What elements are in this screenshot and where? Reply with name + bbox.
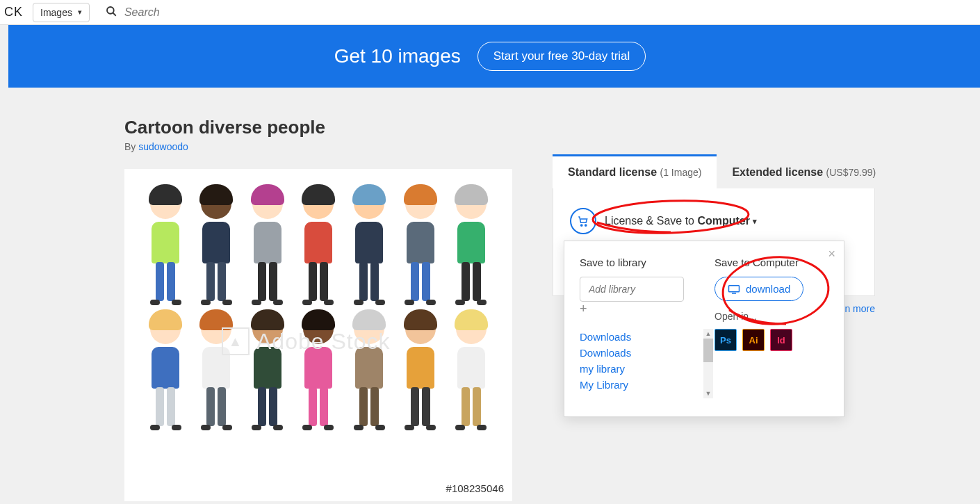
cartoon-person	[400, 188, 441, 307]
save-to-computer-col: Save to Computer download Open in... Ps …	[714, 257, 828, 398]
library-items: DownloadsDownloadsmy libraryMy Library	[580, 329, 713, 393]
close-icon[interactable]: ×	[828, 247, 835, 261]
search-icon	[105, 5, 117, 20]
open-in-apps: Ps Ai Id	[714, 329, 828, 351]
people-row-2	[124, 307, 512, 432]
svg-point-2	[581, 225, 582, 226]
license-destination-dropdown[interactable]: Computer▾	[697, 215, 757, 227]
search-input[interactable]	[124, 6, 980, 19]
promo-banner: Get 10 images Start your free 30-day tri…	[0, 25, 980, 88]
svg-rect-4	[729, 285, 740, 291]
cartoon-person	[247, 188, 288, 307]
open-in-label: Open in...	[714, 311, 828, 322]
cartoon-person	[196, 188, 236, 307]
author-link[interactable]: sudowoodo	[138, 141, 188, 152]
category-dropdown[interactable]: Images ▾	[33, 3, 90, 22]
save-to-library-col: Save to library + DownloadsDownloadsmy l…	[580, 257, 694, 398]
topbar: CK Images ▾	[0, 0, 980, 25]
library-item[interactable]: My Library	[580, 377, 713, 393]
library-item[interactable]: my library	[580, 361, 713, 377]
app-illustrator[interactable]: Ai	[742, 329, 765, 351]
scroll-thumb[interactable]	[703, 339, 713, 362]
add-library-button[interactable]: +	[580, 302, 587, 316]
search-wrap	[90, 5, 980, 20]
banner-notch	[0, 25, 8, 88]
scroll-up-icon[interactable]: ▲	[703, 329, 713, 339]
asset-id: #108235046	[446, 482, 504, 494]
asset-title: Cartoon diverse people	[124, 117, 512, 138]
monitor-icon	[728, 284, 740, 294]
right-col: Standard license (1 Image) Extended lice…	[553, 154, 875, 501]
chevron-down-icon: ▾	[753, 217, 757, 226]
watermark: ▲ Adobe Stock	[222, 327, 390, 355]
cartoon-person	[451, 314, 491, 432]
tab-standard-license[interactable]: Standard license (1 Image)	[553, 154, 717, 188]
cartoon-person	[400, 314, 441, 432]
content: Cartoon diverse people By sudowoodo	[0, 88, 980, 501]
library-item[interactable]: Downloads	[580, 329, 713, 345]
brand-logo: CK	[0, 5, 33, 19]
library-item[interactable]: Downloads	[580, 345, 713, 361]
watermark-logo-icon: ▲	[222, 327, 250, 355]
cartoon-person	[145, 314, 186, 432]
scrollbar[interactable]: ▲ ▼	[703, 329, 713, 398]
license-action-row: License & Save to Computer▾	[570, 208, 858, 234]
save-to-computer-title: Save to Computer	[714, 257, 828, 268]
svg-point-3	[585, 225, 587, 226]
people-row-1	[124, 169, 512, 307]
scroll-down-icon[interactable]: ▼	[703, 389, 713, 398]
category-label: Images	[40, 7, 72, 18]
cartoon-person	[298, 188, 338, 307]
save-to-library-title: Save to library	[580, 257, 694, 268]
download-button[interactable]: download	[714, 277, 803, 301]
chevron-down-icon: ▾	[78, 8, 82, 17]
cartoon-person	[349, 188, 389, 307]
app-indesign[interactable]: Id	[770, 329, 792, 351]
app-photoshop[interactable]: Ps	[714, 329, 737, 351]
svg-line-1	[113, 13, 116, 15]
library-list[interactable]: DownloadsDownloadsmy libraryMy Library ▲…	[580, 329, 713, 398]
save-popup: × Save to library + DownloadsDownloadsmy…	[564, 241, 844, 417]
left-col: Cartoon diverse people By sudowoodo	[124, 117, 512, 501]
svg-point-0	[107, 7, 114, 14]
add-library-input[interactable]	[580, 277, 684, 302]
asset-preview[interactable]: ▲ Adobe Stock #108235046	[124, 169, 512, 501]
license-text[interactable]: License & Save to Computer▾	[605, 215, 757, 227]
license-cart-button[interactable]	[570, 208, 596, 234]
banner-text: Get 10 images	[334, 45, 461, 67]
tab-extended-license[interactable]: Extended license (US$79.99)	[717, 154, 891, 188]
license-tabs: Standard license (1 Image) Extended lice…	[553, 154, 875, 188]
cartoon-person	[451, 188, 491, 307]
byline: By sudowoodo	[124, 141, 512, 152]
start-trial-button[interactable]: Start your free 30-day trial	[477, 42, 646, 71]
learn-more-link[interactable]: n more	[844, 303, 875, 314]
cartoon-person	[145, 188, 186, 307]
